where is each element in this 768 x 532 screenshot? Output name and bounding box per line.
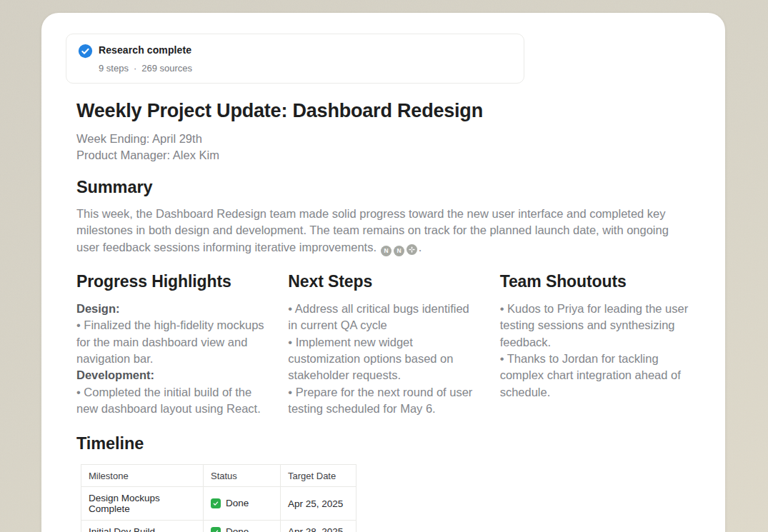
page-title: Weekly Project Update: Dashboard Redesig…: [76, 99, 690, 122]
team-shoutouts-heading: Team Shoutouts: [500, 272, 690, 291]
column-header-target-date: Target Date: [281, 465, 356, 487]
progress-highlights-heading: Progress Highlights: [76, 272, 266, 291]
team-shoutouts-column: Team Shoutouts • Kudos to Priya for lead…: [500, 272, 690, 417]
notion-citation-icon[interactable]: N: [394, 246, 404, 256]
research-banner-meta: 9 steps · 269 sources: [99, 63, 192, 74]
research-status-banner[interactable]: Research complete 9 steps · 269 sources: [66, 34, 524, 84]
column-header-milestone: Milestone: [81, 465, 204, 487]
slack-citation-icon[interactable]: [407, 244, 417, 255]
table-row: Design Mockups Complete Done Apr 25, 202…: [81, 487, 356, 521]
week-ending-line: Week Ending: April 29th: [76, 131, 690, 147]
timeline-heading: Timeline: [76, 433, 690, 453]
section-bullet: • Completed the initial build of the new…: [76, 384, 266, 418]
section-bullet: • Implement new widget customization opt…: [288, 334, 478, 384]
summary-text: This week, the Dashboard Redesign team m…: [76, 207, 669, 254]
target-date-cell: Apr 28, 2025: [281, 521, 356, 532]
section-bullet: • Address all critical bugs identified i…: [288, 301, 478, 334]
summary-suffix: .: [419, 241, 422, 254]
column-header-status: Status: [204, 465, 281, 487]
document-meta: Week Ending: April 29th Product Manager:…: [76, 131, 690, 164]
product-manager-line: Product Manager: Alex Kim: [76, 147, 690, 164]
notion-citation-icon[interactable]: N: [381, 246, 392, 256]
done-check-icon: [211, 498, 221, 508]
milestone-cell: Initial Dev Build: [81, 521, 204, 532]
table-row: Initial Dev Build Done Apr 28, 2025: [81, 521, 356, 532]
summary-paragraph: This week, the Dashboard Redesign team m…: [76, 206, 690, 256]
section-bullet: • Thanks to Jordan for tackling complex …: [500, 351, 690, 401]
target-date-cell: Apr 25, 2025: [281, 487, 356, 521]
milestone-cell: Design Mockups Complete: [81, 487, 204, 521]
status-cell: Done: [204, 487, 281, 521]
done-check-icon: [211, 527, 221, 532]
section-bullet: • Prepare for the next round of user tes…: [288, 384, 478, 418]
next-steps-column: Next Steps • Address all critical bugs i…: [288, 272, 478, 417]
section-bullet: • Kudos to Priya for leading the user te…: [500, 301, 690, 351]
document-card: Research complete 9 steps · 269 sources …: [41, 13, 725, 532]
next-steps-heading: Next Steps: [288, 272, 478, 291]
status-label: Done: [226, 498, 249, 508]
research-complete-check-icon: [78, 44, 93, 59]
document-body: Weekly Project Update: Dashboard Redesig…: [76, 99, 690, 532]
status-cell: Done: [204, 521, 281, 532]
status-label: Done: [226, 526, 249, 532]
three-column-section: Progress Highlights Design: • Finalized …: [76, 272, 690, 417]
timeline-table: Milestone Status Target Date Design Mock…: [81, 464, 356, 532]
sources-count: 269 sources: [141, 63, 192, 74]
progress-highlights-column: Progress Highlights Design: • Finalized …: [76, 272, 266, 417]
research-banner-title: Research complete: [99, 44, 192, 56]
table-header-row: Milestone Status Target Date: [81, 465, 356, 487]
section-bullet: • Finalized the high-fidelity mockups fo…: [76, 317, 266, 367]
summary-heading: Summary: [76, 177, 690, 197]
steps-count: 9 steps: [99, 63, 129, 74]
section-label: Design:: [76, 301, 266, 317]
section-label: Development:: [76, 367, 266, 383]
dot-separator: ·: [134, 63, 136, 74]
